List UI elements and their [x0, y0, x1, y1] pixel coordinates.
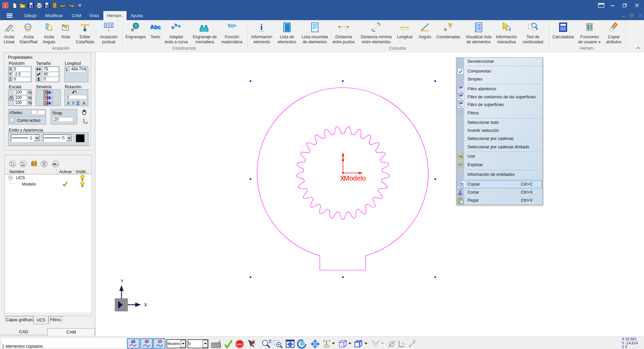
svg-text:Abc: Abc: [150, 24, 161, 30]
svg-text:?: ?: [448, 22, 452, 29]
svg-text:i: i: [260, 22, 262, 32]
svg-text:ab..: ab..: [53, 162, 58, 166]
svg-text:XYZ: XYZ: [105, 23, 112, 28]
svg-text:X: X: [323, 340, 325, 342]
svg-text:f(x)=: f(x)=: [228, 23, 236, 28]
svg-text:z: z: [86, 121, 88, 124]
svg-text:f: f: [5, 3, 6, 8]
svg-text:Y: Y: [120, 279, 124, 284]
svg-text:b: b: [174, 22, 178, 28]
svg-text:X: X: [144, 302, 147, 307]
svg-text:ESC: ESC: [237, 343, 243, 346]
svg-text:i: i: [509, 26, 511, 32]
svg-text:Y: Y: [329, 340, 330, 342]
svg-text:c: c: [178, 23, 181, 29]
svg-text:x: x: [83, 118, 85, 121]
svg-text:Modelo: Modelo: [344, 174, 366, 182]
